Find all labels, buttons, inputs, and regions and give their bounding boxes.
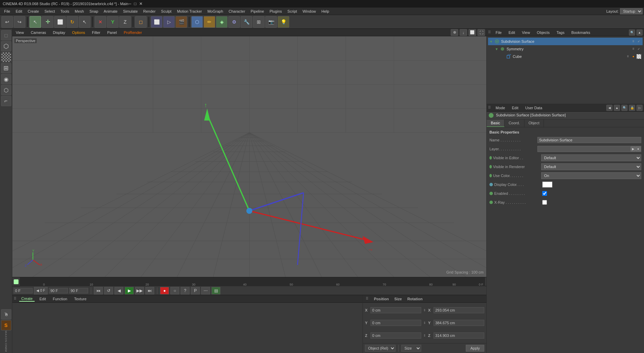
transform-mode-select[interactable]: Size Scale bbox=[401, 345, 421, 352]
undo-button[interactable]: ↩ bbox=[1, 16, 13, 28]
corner-icon[interactable]: ⌐ bbox=[1, 96, 11, 106]
menu-mesh[interactable]: Mesh bbox=[72, 9, 87, 14]
obj-sym-vis2[interactable]: ✓ bbox=[636, 47, 641, 51]
pointer-icon[interactable]: ⬡ bbox=[1, 41, 11, 51]
obj-config-icon[interactable]: ▲ bbox=[636, 29, 643, 36]
menu-sculpt[interactable]: Sculpt bbox=[158, 9, 174, 14]
timeline-ruler[interactable]: 0 10 20 30 40 50 60 70 80 90 0 F bbox=[20, 277, 485, 286]
obj-cube-vis1[interactable]: ⠿ bbox=[625, 54, 630, 59]
vp-panel-btn[interactable]: Panel bbox=[105, 30, 119, 35]
maximize-button[interactable]: □ bbox=[134, 1, 136, 6]
menu-create[interactable]: Create bbox=[25, 9, 42, 14]
keyframe-button[interactable]: ? bbox=[181, 287, 190, 294]
vp-filter-btn[interactable]: Filter bbox=[90, 30, 102, 35]
cube-mode-button[interactable]: ⬡ bbox=[191, 16, 203, 28]
prop-search-icon[interactable]: 🔍 bbox=[621, 105, 628, 111]
prop-xray-checkbox[interactable] bbox=[542, 200, 547, 205]
menu-pipeline[interactable]: Pipeline bbox=[248, 9, 267, 14]
prop-vis-renderer-select[interactable]: Default On Off bbox=[541, 163, 641, 170]
select2-button[interactable]: ↖ bbox=[79, 16, 90, 28]
obj-file-btn[interactable]: File bbox=[494, 30, 504, 35]
obj-ss-vis2[interactable]: ✓ bbox=[636, 39, 641, 44]
select-tool-button[interactable]: ↖ bbox=[29, 16, 41, 28]
vp-cameras-btn[interactable]: Cameras bbox=[29, 30, 48, 35]
record-button[interactable]: ● bbox=[160, 287, 169, 294]
position-z-input[interactable] bbox=[370, 332, 421, 339]
prop-lock-icon[interactable]: 🔒 bbox=[629, 105, 635, 111]
obj-subdivision-surface[interactable]: ▼ Subdivision Surface ⠿ ✓ bbox=[488, 38, 643, 45]
grid-icon[interactable]: ⊞ bbox=[1, 63, 11, 73]
obj-cube[interactable]: Cube ⠿ ● bbox=[499, 53, 643, 60]
size-x-input[interactable] bbox=[434, 307, 484, 313]
play-button[interactable]: ▶ bbox=[125, 287, 134, 294]
obj-cube-vis2[interactable]: ● bbox=[631, 54, 636, 59]
editor-texture-tab[interactable]: Texture bbox=[72, 297, 88, 301]
menu-mograph[interactable]: MoGraph bbox=[205, 9, 226, 14]
x-axis-button[interactable]: ✕ bbox=[95, 16, 106, 28]
viewport-icon1[interactable]: ⊕ bbox=[451, 29, 458, 36]
prop-vis-editor-select[interactable]: Default On Off bbox=[541, 154, 641, 161]
menu-render[interactable]: Render bbox=[141, 9, 158, 14]
tab-coord[interactable]: Coord. bbox=[505, 119, 524, 127]
obj-search-icon[interactable]: 🔍 bbox=[629, 29, 635, 36]
pen-button[interactable]: ✏ bbox=[204, 16, 215, 28]
size-y-input[interactable] bbox=[434, 320, 484, 326]
light-button[interactable]: 💡 bbox=[278, 16, 289, 28]
go-start-button[interactable]: ⏮ bbox=[94, 287, 103, 294]
move-icon[interactable]: ◻ bbox=[1, 30, 11, 40]
rotate-tool-button[interactable]: ↻ bbox=[66, 16, 78, 28]
render-picture-button[interactable]: 🎬 bbox=[175, 16, 187, 28]
menu-snap[interactable]: Snap bbox=[87, 9, 101, 14]
position-y-stepper[interactable]: ⇕ bbox=[423, 321, 426, 325]
position-y-input[interactable] bbox=[370, 320, 421, 326]
frame-preview-end-input[interactable] bbox=[69, 288, 88, 293]
size-z-input[interactable] bbox=[434, 332, 484, 339]
frame-end-input[interactable] bbox=[49, 288, 68, 293]
menu-script[interactable]: Script bbox=[285, 9, 300, 14]
grid-button[interactable]: ⊞ bbox=[253, 16, 265, 28]
prop-display-color-swatch[interactable] bbox=[542, 181, 552, 188]
layers-button[interactable]: ▤ bbox=[211, 287, 220, 294]
layout-dropdown[interactable]: Startup bbox=[620, 8, 643, 14]
position-x-input[interactable] bbox=[370, 307, 421, 313]
menu-edit[interactable]: Edit bbox=[13, 9, 25, 14]
prev-frame-button[interactable]: ◀ bbox=[114, 287, 123, 294]
menu-animate[interactable]: Animate bbox=[101, 9, 120, 14]
close-button[interactable]: ✕ bbox=[139, 1, 143, 6]
minimize-button[interactable]: ─ bbox=[128, 1, 131, 6]
z-axis-button[interactable]: Z bbox=[119, 16, 131, 28]
particles-button[interactable]: ⚙ bbox=[228, 16, 240, 28]
menu-help[interactable]: Help bbox=[319, 9, 332, 14]
vp-view-btn[interactable]: View bbox=[14, 30, 26, 35]
viewport-fullscreen[interactable]: ⛶ bbox=[477, 29, 485, 36]
prop-userdata-btn[interactable]: User Data bbox=[523, 105, 545, 110]
prop-enabled-checkbox[interactable] bbox=[542, 191, 547, 196]
menu-plugins[interactable]: Plugins bbox=[267, 9, 284, 14]
prop-mode-btn[interactable]: Mode bbox=[494, 105, 507, 110]
menu-file[interactable]: File bbox=[1, 9, 13, 14]
obj-tags-btn[interactable]: Tags bbox=[555, 30, 567, 35]
loop-button[interactable]: ↺ bbox=[104, 287, 113, 294]
s-icon[interactable]: S bbox=[1, 320, 11, 330]
hair-button[interactable]: 🔧 bbox=[241, 16, 252, 28]
dots-button[interactable]: ⋯ bbox=[201, 287, 210, 294]
editor-edit-tab[interactable]: Edit bbox=[37, 297, 48, 301]
prop-layer-field[interactable]: ▶ ● bbox=[537, 146, 641, 152]
prop-name-input[interactable] bbox=[537, 137, 641, 143]
obj-bookmarks-btn[interactable]: Bookmarks bbox=[569, 30, 592, 35]
frame-start-input[interactable] bbox=[14, 288, 33, 293]
position-z-stepper[interactable]: ⇕ bbox=[423, 334, 426, 337]
move-tool-button[interactable]: ✛ bbox=[42, 16, 53, 28]
menu-character[interactable]: Character bbox=[226, 9, 248, 14]
obj-sym-expand[interactable]: ▼ bbox=[495, 47, 498, 51]
redo-button[interactable]: ↪ bbox=[14, 16, 25, 28]
obj-ss-expand[interactable]: ▼ bbox=[489, 40, 493, 43]
tab-basic[interactable]: Basic bbox=[487, 119, 505, 127]
scale-tool-button[interactable]: ⬜ bbox=[54, 16, 66, 28]
next-frame-button[interactable]: ▶▶ bbox=[135, 287, 144, 294]
menu-simulate[interactable]: Simulate bbox=[120, 9, 141, 14]
viewport-icon3[interactable]: ⬜ bbox=[469, 29, 476, 36]
obj-symmetry[interactable]: ▼ Symmetry ⠿ ✓ bbox=[494, 45, 643, 53]
autokey-button[interactable]: ○ bbox=[170, 287, 179, 294]
render-button[interactable]: ⬜ bbox=[151, 16, 162, 28]
